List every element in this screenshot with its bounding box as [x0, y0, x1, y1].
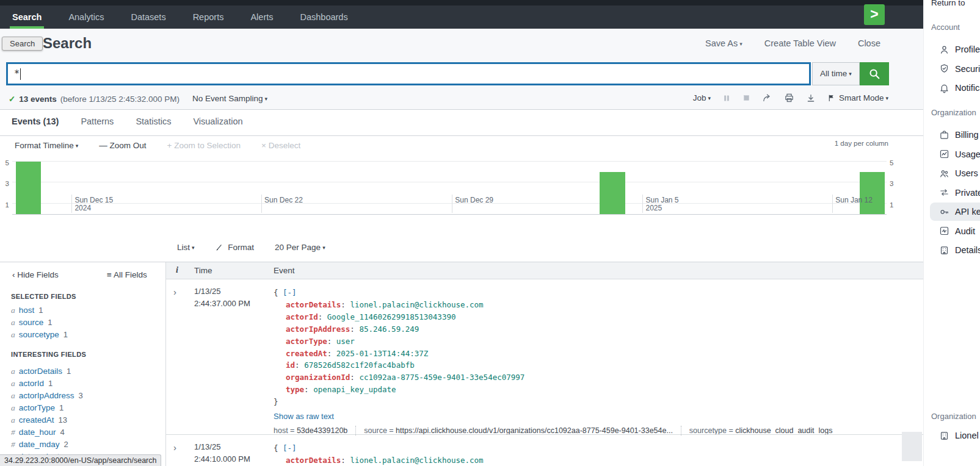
share-icon[interactable] — [762, 93, 772, 103]
field-source[interactable]: asource1 — [11, 317, 68, 329]
all-fields-button[interactable]: ≡ All Fields — [107, 270, 147, 279]
meta-host[interactable]: host = 53de4339120b — [274, 426, 347, 435]
meta-sourcetype[interactable]: sourcetype = clickhouse_cloud_audit_logs — [689, 426, 833, 435]
tab-events-13-[interactable]: Events (13) — [10, 110, 60, 138]
create-table-view-button[interactable]: Create Table View — [764, 38, 836, 48]
json-value[interactable]: 678526d582c1f20fac4babfb — [304, 360, 415, 370]
json-value[interactable]: cc1092aa-8775-459e-9401-33e54ec07997 — [359, 373, 524, 382]
field-name: date_hour — [19, 428, 56, 437]
list-view-menu[interactable]: List▾ — [177, 243, 195, 252]
json-key[interactable]: actorType — [286, 337, 327, 346]
collapse-json-link[interactable]: [-] — [283, 443, 297, 453]
json-open-line: { [-] — [274, 442, 484, 454]
json-value[interactable]: user — [336, 337, 355, 346]
zoom-out-button[interactable]: — Zoom Out — [99, 141, 146, 150]
event-date: 1/13/25 — [194, 287, 220, 296]
search-input[interactable]: * — [6, 62, 811, 85]
field-createdAt[interactable]: acreatedAt13 — [11, 414, 83, 426]
panel-item-security[interactable]: Security — [924, 60, 980, 78]
key-icon — [939, 207, 949, 217]
zoom-to-selection-button[interactable]: + Zoom to Selection — [167, 141, 241, 150]
close-button[interactable]: Close — [858, 38, 880, 48]
panel-item-usage[interactable]: Usage — [924, 145, 980, 163]
panel-item-details[interactable]: Details — [924, 241, 980, 259]
json-value[interactable]: lionel.palacin@clickhouse.com — [350, 456, 483, 465]
panel-item-api-keys[interactable]: API keys — [930, 203, 980, 221]
nav-item-alerts[interactable]: Alerts — [250, 5, 273, 29]
format-timeline-button[interactable]: Format Timeline▾ — [15, 141, 78, 150]
panel-item-notifications[interactable]: Notifications — [924, 79, 980, 97]
json-key[interactable]: id — [286, 360, 295, 370]
pause-icon[interactable] — [722, 94, 731, 102]
string-field-icon: a — [11, 415, 15, 425]
panel-item-private[interactable]: Private — [924, 184, 980, 202]
json-value[interactable]: Google_114602629918513043390 — [327, 312, 456, 321]
nav-item-search[interactable]: Search — [12, 5, 42, 29]
field-sourcetype[interactable]: asourcetype1 — [11, 329, 68, 341]
json-value[interactable]: 2025-01-13T14:44:37Z — [336, 349, 429, 358]
panel-item-label: Private — [955, 188, 980, 198]
field-actorIpAddress[interactable]: aactorIpAddress3 — [11, 390, 83, 402]
field-actorType[interactable]: aactorType1 — [11, 402, 83, 414]
meta-label: source = — [364, 426, 396, 435]
meta-value[interactable]: clickhouse_cloud_audit_logs — [735, 426, 832, 435]
nav-item-dashboards[interactable]: Dashboards — [300, 5, 348, 29]
json-key[interactable]: actorId — [286, 312, 318, 321]
field-name: host — [19, 306, 35, 315]
save-as-button[interactable]: Save As▾ — [705, 38, 742, 48]
per-page-menu[interactable]: 20 Per Page▾ — [275, 243, 325, 252]
deselect-button[interactable]: × Deselect — [261, 141, 300, 150]
json-key[interactable]: actorDetails — [286, 456, 341, 465]
stop-icon[interactable] — [742, 94, 750, 102]
panel-item-audit[interactable]: Audit — [924, 222, 980, 240]
nav-item-analytics[interactable]: Analytics — [68, 5, 104, 29]
field-date_hour[interactable]: #date_hour4 — [11, 426, 83, 439]
panel-item-users[interactable]: Users — [924, 164, 980, 182]
panel-item-profile[interactable]: Profile — [924, 40, 980, 59]
job-menu[interactable]: Job▾ — [693, 93, 711, 102]
numeric-field-icon: # — [11, 440, 15, 449]
event-sampling-menu[interactable]: No Event Sampling▾ — [192, 94, 267, 103]
json-key[interactable]: organizationId — [286, 373, 350, 382]
tab-visualization[interactable]: Visualization — [192, 110, 244, 136]
json-value[interactable]: openapi_key_update — [313, 385, 396, 394]
usage-chart-icon — [939, 149, 949, 159]
return-to-link[interactable]: Return to — [931, 0, 965, 7]
panel-item-lionel[interactable]: Lionel — [924, 426, 980, 445]
json-key[interactable]: createdAt — [286, 349, 327, 358]
json-key[interactable]: actorIpAddress — [286, 324, 350, 334]
format-results-button[interactable]: Format — [216, 243, 255, 252]
json-key[interactable]: type — [286, 385, 304, 394]
search-button[interactable] — [860, 62, 889, 85]
json-value[interactable]: lionel.palacin@clickhouse.com — [350, 300, 483, 309]
json-key[interactable]: actorDetails — [286, 300, 341, 309]
meta-source[interactable]: source = https://api.clickhouse.cloud/v1… — [364, 426, 673, 435]
field-host[interactable]: ahost1 — [11, 304, 68, 317]
meta-value[interactable]: 53de4339120b — [297, 426, 347, 435]
collapse-json-link[interactable]: [-] — [283, 288, 297, 297]
print-icon[interactable] — [784, 93, 794, 103]
hide-fields-button[interactable]: ‹ Hide Fields — [12, 270, 59, 279]
meta-value[interactable]: https://api.clickhouse.cloud/v1/organiza… — [396, 426, 673, 435]
search-mode-menu[interactable]: Smart Mode▾ — [827, 93, 888, 102]
nav-item-datasets[interactable]: Datasets — [131, 5, 165, 29]
field-actorId[interactable]: aactorId1 — [11, 378, 83, 390]
event-count: 13 events — [19, 95, 57, 104]
expand-event-icon[interactable]: › — [173, 287, 176, 297]
json-value[interactable]: 85.246.59.249 — [359, 324, 419, 334]
splunk-logo-icon[interactable]: > — [864, 4, 885, 25]
event-time: 2:44:37.000 PM — [194, 299, 250, 308]
tab-patterns[interactable]: Patterns — [79, 110, 115, 136]
nav-item-reports[interactable]: Reports — [193, 5, 224, 29]
field-actorDetails[interactable]: aactorDetails1 — [11, 365, 83, 378]
interesting-fields-list: aactorDetails1aactorId1aactorIpAddress3a… — [11, 365, 83, 463]
event-row: ›1/13/252:44:10.000 PM{ [-]actorDetails:… — [166, 434, 923, 466]
field-date_mday[interactable]: #date_mday2 — [11, 439, 83, 451]
tab-statistics[interactable]: Statistics — [134, 110, 172, 136]
time-range-picker[interactable]: All time▾ — [812, 62, 860, 85]
show-raw-text-link[interactable]: Show as raw text — [274, 410, 524, 423]
expand-event-icon[interactable]: › — [173, 442, 176, 453]
caret-down-icon: ▾ — [76, 143, 79, 149]
panel-item-billing[interactable]: Billing — [924, 126, 980, 144]
download-icon[interactable] — [806, 93, 816, 103]
